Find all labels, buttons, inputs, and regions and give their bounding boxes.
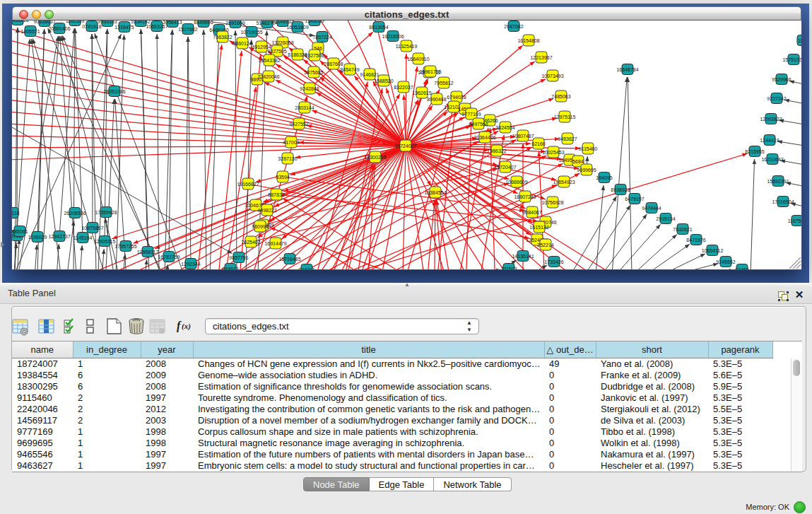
svg-text:9084067: 9084067 xyxy=(522,210,541,215)
svg-text:1543039: 1543039 xyxy=(305,21,324,23)
svg-text:1733426: 1733426 xyxy=(544,259,563,264)
svg-text:8860124: 8860124 xyxy=(233,41,252,46)
svg-text:19166827: 19166827 xyxy=(237,182,259,187)
svg-text:16154808: 16154808 xyxy=(517,38,539,43)
svg-text:1112: 1112 xyxy=(798,38,801,43)
svg-text:17359928: 17359928 xyxy=(95,210,117,215)
svg-text:9777169: 9777169 xyxy=(461,112,481,117)
svg-text:0781618: 0781618 xyxy=(82,24,101,29)
svg-text:10958117: 10958117 xyxy=(137,250,159,255)
svg-text:19218506: 19218506 xyxy=(382,34,404,39)
svg-text:1405571: 1405571 xyxy=(20,29,40,34)
svg-text:2087682: 2087682 xyxy=(504,24,523,29)
svg-text:19654923: 19654923 xyxy=(553,180,575,185)
svg-text:14136141: 14136141 xyxy=(512,254,534,259)
svg-text:9227342: 9227342 xyxy=(767,96,786,101)
svg-text:2867608: 2867608 xyxy=(324,62,343,66)
svg-text:9245652: 9245652 xyxy=(716,259,735,264)
svg-text:9593103: 9593103 xyxy=(98,21,117,24)
svg-text:9242848: 9242848 xyxy=(300,86,319,91)
svg-text:1167534: 1167534 xyxy=(788,218,801,223)
svg-text:2691669: 2691669 xyxy=(225,21,245,25)
svg-text:8849696: 8849696 xyxy=(194,21,213,25)
svg-text:9115460: 9115460 xyxy=(579,146,598,151)
svg-text:2803144: 2803144 xyxy=(295,105,314,110)
svg-text:10975867: 10975867 xyxy=(81,226,103,230)
svg-text:8215955: 8215955 xyxy=(745,149,764,154)
svg-text:7632621: 7632621 xyxy=(673,227,692,232)
svg-text:21364436: 21364436 xyxy=(473,135,495,140)
svg-text:12942737: 12942737 xyxy=(48,234,70,239)
svg-text:8938923: 8938923 xyxy=(611,187,630,192)
svg-text:17016504: 17016504 xyxy=(772,199,794,204)
svg-text:18807249: 18807249 xyxy=(514,194,536,199)
svg-text:944612: 944612 xyxy=(222,267,238,270)
svg-text:53594: 53594 xyxy=(276,175,290,180)
svg-text:9857791: 9857791 xyxy=(229,255,248,260)
svg-text:16640910: 16640910 xyxy=(407,57,429,62)
svg-text:3624554: 3624554 xyxy=(495,125,514,130)
svg-text:8454749: 8454749 xyxy=(340,67,359,72)
svg-text:10433218: 10433218 xyxy=(12,21,29,23)
svg-text:9146821: 9146821 xyxy=(360,72,379,77)
svg-text:28053346: 28053346 xyxy=(103,89,125,94)
svg-text:16543382: 16543382 xyxy=(258,58,280,63)
svg-text:6497568: 6497568 xyxy=(469,122,488,127)
svg-text:824201: 824201 xyxy=(298,267,314,270)
svg-text:92450: 92450 xyxy=(735,267,749,270)
svg-text:16053809: 16053809 xyxy=(286,25,308,30)
svg-text:5684: 5684 xyxy=(572,159,584,164)
svg-text:93118: 93118 xyxy=(12,211,20,216)
svg-text:17957255: 17957255 xyxy=(114,244,136,249)
svg-text:7485063: 7485063 xyxy=(551,94,570,99)
svg-text:164095: 164095 xyxy=(596,175,612,180)
svg-text:8813054: 8813054 xyxy=(369,25,388,30)
svg-text:11325419: 11325419 xyxy=(396,44,418,49)
svg-text:7857224: 7857224 xyxy=(312,35,331,40)
svg-text:1161559: 1161559 xyxy=(66,21,85,23)
svg-text:15720407: 15720407 xyxy=(494,165,516,170)
svg-text:22420046: 22420046 xyxy=(257,74,279,79)
svg-text:9529966: 9529966 xyxy=(772,77,791,82)
svg-text:1292344: 1292344 xyxy=(181,262,200,267)
svg-text:12213967: 12213967 xyxy=(530,55,552,60)
svg-text:417004: 417004 xyxy=(283,140,299,145)
svg-text:12905115: 12905115 xyxy=(94,239,116,244)
svg-text:15751074: 15751074 xyxy=(782,57,801,62)
svg-text:10973493: 10973493 xyxy=(541,74,563,78)
svg-text:10654112: 10654112 xyxy=(702,248,724,253)
svg-text:252214: 252214 xyxy=(537,243,553,247)
svg-text:9327505: 9327505 xyxy=(267,49,286,54)
svg-text:2935134: 2935134 xyxy=(656,216,675,221)
svg-text:8322037: 8322037 xyxy=(394,85,413,90)
svg-text:16782759: 16782759 xyxy=(158,255,180,259)
svg-text:90838637: 90838637 xyxy=(33,21,55,24)
svg-text:9327508: 9327508 xyxy=(305,53,324,58)
svg-text:7986322: 7986322 xyxy=(487,148,506,153)
svg-text:9463627: 9463627 xyxy=(558,136,577,141)
svg-text:6479197: 6479197 xyxy=(625,197,644,201)
svg-text:7663822: 7663822 xyxy=(213,35,232,40)
svg-text:15692391: 15692391 xyxy=(767,179,789,184)
svg-text:1527602: 1527602 xyxy=(178,27,197,32)
svg-text:1316475: 1316475 xyxy=(114,25,134,30)
svg-text:15716485: 15716485 xyxy=(278,257,300,262)
svg-text:7625402: 7625402 xyxy=(241,240,260,245)
svg-text:5875685: 5875685 xyxy=(304,70,323,75)
svg-text:62160: 62160 xyxy=(531,141,546,146)
svg-text:1615132: 1615132 xyxy=(529,225,548,230)
svg-text:4498222: 4498222 xyxy=(257,208,276,213)
svg-text:7955812: 7955812 xyxy=(434,81,453,86)
svg-text:10807487: 10807487 xyxy=(512,134,534,139)
svg-text:18724007: 18724007 xyxy=(394,144,416,148)
svg-text:1244419: 1244419 xyxy=(760,138,779,143)
svg-text:887833: 887833 xyxy=(268,192,284,197)
svg-text:12975115: 12975115 xyxy=(554,115,576,119)
svg-text:771503: 771503 xyxy=(500,267,517,270)
svg-text:10688609: 10688609 xyxy=(505,180,527,185)
svg-text:12093822: 12093822 xyxy=(760,117,782,122)
svg-text:1588520: 1588520 xyxy=(374,78,393,83)
svg-text:28148932: 28148932 xyxy=(271,21,293,24)
svg-text:1362615: 1362615 xyxy=(412,90,431,95)
svg-text:16648784: 16648784 xyxy=(616,67,638,72)
